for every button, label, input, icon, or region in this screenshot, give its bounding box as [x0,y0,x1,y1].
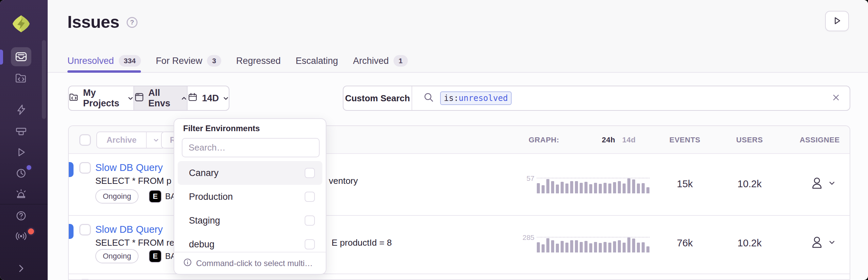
option-checkbox[interactable] [305,168,315,178]
tab-label: Unresolved [67,56,114,66]
issue-checkbox[interactable] [79,224,91,235]
sidebar-item-broadcast-icon[interactable] [15,230,28,243]
window-icon [134,92,144,105]
page-filter-bar: My Projects All Envs [68,86,229,111]
demo-play-button[interactable] [825,11,849,31]
help-icon[interactable]: ? [127,17,138,28]
project-avatar: E [149,191,161,202]
projects-filter-button[interactable]: My Projects [69,86,133,110]
users-count: 10.2k [716,178,784,190]
environments-filter-label: All Envs [148,88,177,109]
issue-status-tabs: Unresolved 334 For Review 3 Regressed Es… [67,49,408,73]
option-label: Canary [189,168,219,178]
issue-title-link[interactable]: Slow DB Query [95,162,163,173]
environment-filter-dropdown: Filter Environments Canary Production St… [174,118,326,275]
app-window: Issues ? Unresolved 334 For Review 3 Reg… [0,0,868,280]
sidebar-expand-chevron-icon[interactable] [15,262,27,275]
tab-regressed[interactable]: Regressed [236,49,281,73]
assignee-person-icon [809,235,824,251]
page-header: Issues ? Unresolved 334 For Review 3 Reg… [48,0,868,73]
issue-checkbox[interactable] [79,162,91,174]
chevron-down-icon [829,239,835,247]
token-value: unresolved [459,93,508,103]
footer-hint-text: Command-click to select multi… [196,259,313,268]
tab-unresolved[interactable]: Unresolved 334 [67,49,141,73]
custom-search-button[interactable]: Custom Search [343,86,412,110]
sidebar-item-lightning-icon[interactable] [15,103,28,116]
project-avatar: E [149,250,161,262]
date-range-filter-label: 14D [202,93,219,104]
tab-label: Regressed [236,56,281,66]
tab-label: Escalating [295,56,338,66]
environment-option-production[interactable]: Production [178,185,322,209]
sidebar [0,0,48,280]
search-icon [423,92,435,105]
archive-split-button: Archive [96,132,166,148]
tab-escalating[interactable]: Escalating [295,49,338,73]
search-token-is-unresolved[interactable]: is:unresolved [440,91,512,105]
tab-for-review[interactable]: For Review 3 [156,49,221,73]
option-checkbox[interactable] [305,215,315,226]
issue-badges: Ongoing E BAC [95,189,182,204]
environment-option-debug[interactable]: debug [178,232,322,253]
option-label: Staging [189,215,220,226]
active-nav-indicator [0,50,3,65]
chevron-down-icon [829,180,835,188]
page-title: Issues [67,12,119,32]
option-checkbox[interactable] [305,192,315,202]
column-header-users: USERS [716,136,784,144]
events-count: 15k [651,178,719,190]
sidebar-item-help-icon[interactable] [15,209,28,222]
issue-row [69,274,850,280]
assignee-person-icon [809,176,824,192]
assignee-dropdown-button[interactable] [809,176,835,192]
assignee-dropdown-button[interactable] [809,235,835,251]
issue-snippet-continued: E productId = 8 [332,238,392,248]
environment-option-canary[interactable]: Canary [178,161,322,185]
issue-title-link[interactable]: Slow DB Query [95,224,163,235]
chevron-up-icon [181,93,187,104]
projects-folder-icon [69,92,79,105]
graph-peak-label: 285 [506,233,534,242]
calendar-icon [188,92,198,105]
token-key: is: [444,93,459,103]
projects-filter-label: My Projects [83,88,124,109]
app-logo[interactable] [12,14,31,33]
environments-filter-button[interactable]: All Envs [133,86,187,110]
events-sparkline [537,234,649,252]
issue-badges: Ongoing E BAC [95,249,182,263]
environment-option-staging[interactable]: Staging [178,209,322,232]
tab-archived[interactable]: Archived 1 [353,49,408,73]
issue-level-bar [69,224,74,239]
issue-snippet: SELECT * FROM p [95,176,171,186]
tab-count-badge: 334 [119,55,141,67]
sidebar-item-explore-icon[interactable] [14,72,28,85]
environment-search-input[interactable] [182,138,320,157]
sidebar-item-feedback-icon[interactable] [15,125,28,138]
tab-count-badge: 3 [207,55,221,67]
sidebar-divider [0,204,48,205]
events-count: 76k [651,238,719,249]
sidebar-item-issues[interactable] [15,50,28,63]
select-all-checkbox[interactable] [79,134,91,146]
sidebar-scrollbar[interactable] [42,40,46,119]
replay-notification-dot [25,164,33,171]
archive-button[interactable]: Archive [97,132,146,148]
graph-period-14d-toggle[interactable]: 14d [622,136,636,144]
clear-search-icon[interactable] [831,93,841,104]
status-badge: Ongoing [95,249,139,263]
status-badge: Ongoing [95,189,139,204]
broadcast-notification-dot [27,227,35,236]
option-label: Production [189,192,233,202]
sidebar-item-alerts-siren-icon[interactable] [15,188,28,201]
option-label: debug [189,239,214,250]
issue-snippet-continued: ventory [329,176,358,186]
chevron-down-icon [223,93,229,104]
events-sparkline [537,175,649,193]
date-range-filter-button[interactable]: 14D [187,86,229,110]
sidebar-item-releases-play-icon[interactable] [15,146,28,159]
issue-level-bar [69,162,74,177]
graph-period-24h-toggle[interactable]: 24h [602,136,615,144]
option-checkbox[interactable] [305,239,315,249]
tab-label: Archived [353,56,389,66]
